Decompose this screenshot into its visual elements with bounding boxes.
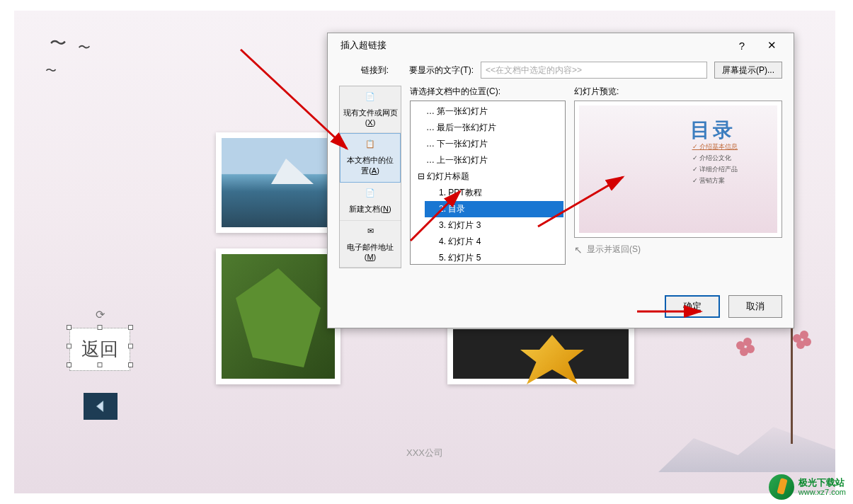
- preview-item: ✓ 营销方案: [692, 176, 726, 185]
- tree-item[interactable]: … 上一张幻灯片: [412, 152, 563, 168]
- preview-item: ✓ 详细介绍产品: [692, 165, 738, 174]
- footer-company: XXX公司: [406, 447, 443, 459]
- tab-icon: 📋: [363, 139, 377, 152]
- help-button[interactable]: ?: [727, 35, 757, 56]
- tree-group[interactable]: ⊟ 幻灯片标题: [412, 168, 563, 185]
- photo-maple: [447, 323, 634, 384]
- tab-icon: ✉: [363, 227, 377, 239]
- tree-item[interactable]: … 最后一张幻灯片: [412, 120, 563, 136]
- link-to-tab[interactable]: 📋本文档中的位置(A): [340, 133, 401, 183]
- screentip-button[interactable]: 屏幕提示(P)...: [714, 62, 782, 79]
- watermark-line1: 极光下载站: [798, 477, 846, 488]
- location-tree[interactable]: … 第一张幻灯片… 最后一张幻灯片… 下一张幻灯片… 上一张幻灯片⊟ 幻灯片标题…: [410, 101, 566, 265]
- insert-hyperlink-dialog: 插入超链接 ? ✕ 链接到: 要显示的文字(T): 屏幕提示(P)... 📄现有…: [327, 33, 794, 328]
- decorative-mountain: [658, 416, 835, 472]
- show-and-return-checkbox[interactable]: ↖ 显示并返回(S): [574, 244, 782, 256]
- rotate-handle-icon[interactable]: ⟳: [96, 308, 105, 321]
- resize-handle[interactable]: [128, 344, 133, 349]
- display-text-input[interactable]: [481, 62, 707, 79]
- tree-item[interactable]: … 下一张幻灯片: [412, 136, 563, 152]
- link-to-label: 链接到:: [339, 64, 389, 76]
- select-location-label: 请选择文档中的位置(C):: [410, 86, 566, 98]
- tree-slide-item[interactable]: 4. 幻灯片 4: [425, 234, 563, 250]
- resize-handle[interactable]: [67, 362, 71, 367]
- resize-handle[interactable]: [128, 325, 133, 330]
- decorative-flower: [793, 331, 814, 352]
- preview-item: ✓ 介绍公文化: [692, 154, 732, 163]
- photo-leaf: [216, 248, 340, 384]
- resize-handle[interactable]: [128, 362, 133, 367]
- link-to-tab[interactable]: 📄新建文档(N): [340, 183, 401, 221]
- link-to-tab[interactable]: ✉电子邮件地址(M): [340, 221, 401, 268]
- tree-slide-item[interactable]: 1. PPT教程: [425, 185, 563, 201]
- resize-handle[interactable]: [98, 325, 103, 330]
- tree-item[interactable]: … 第一张幻灯片: [412, 103, 563, 120]
- tree-slide-item[interactable]: 5. 幻灯片 5: [425, 250, 563, 265]
- decorative-flower: [736, 338, 757, 359]
- tree-slide-item[interactable]: 3. 幻灯片 3: [425, 217, 563, 234]
- resize-handle[interactable]: [67, 344, 71, 349]
- ok-button[interactable]: 确定: [665, 295, 720, 318]
- tree-slide-item[interactable]: 2. 目录: [425, 201, 563, 217]
- watermark: 极光下载站 www.xz7.com: [769, 474, 846, 500]
- dialog-title: 插入超链接: [340, 39, 387, 52]
- cancel-button[interactable]: 取消: [728, 295, 782, 318]
- link-to-tab[interactable]: 📄现有文件或网页(X): [340, 86, 401, 133]
- preview-title: 目录: [690, 117, 735, 144]
- preview-item: ✓ 介绍基本信息: [692, 142, 738, 151]
- photo-mountain: [216, 132, 340, 233]
- link-to-tabs: 📄现有文件或网页(X)📋本文档中的位置(A)📄新建文档(N)✉电子邮件地址(M): [339, 86, 401, 268]
- close-button[interactable]: ✕: [757, 35, 786, 56]
- slide-preview: 目录 ✓ 介绍基本信息 ✓ 介绍公文化 ✓ 详细介绍产品 ✓ 营销方案: [574, 101, 782, 238]
- resize-handle[interactable]: [98, 362, 103, 367]
- tab-icon: 📄: [363, 92, 377, 105]
- watermark-logo-icon: [769, 474, 794, 500]
- selected-textbox[interactable]: ⟳ 返回: [69, 328, 130, 365]
- tab-icon: 📄: [363, 188, 377, 201]
- dialog-titlebar[interactable]: 插入超链接 ? ✕: [328, 33, 794, 57]
- cursor-icon: ↖: [574, 244, 583, 256]
- watermark-line2: www.xz7.com: [798, 488, 846, 497]
- display-text-label: 要显示的文字(T):: [396, 64, 474, 76]
- preview-label: 幻灯片预览:: [574, 86, 782, 98]
- back-nav-button[interactable]: [84, 393, 118, 420]
- resize-handle[interactable]: [67, 325, 71, 330]
